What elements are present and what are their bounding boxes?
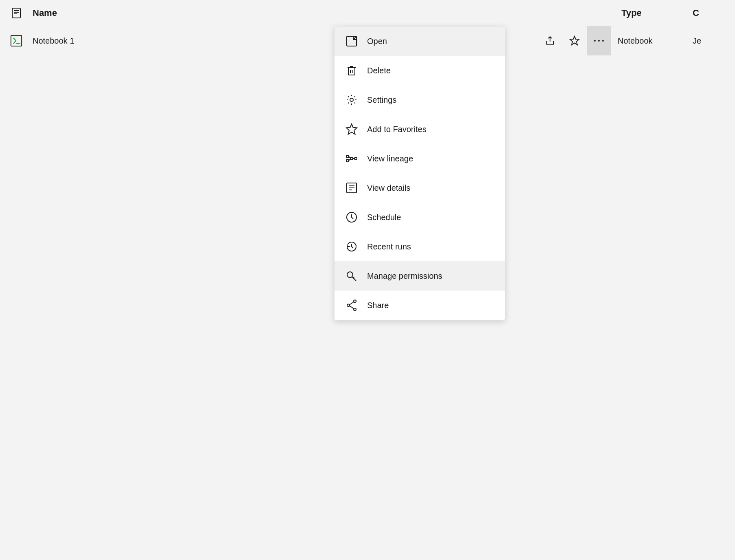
menu-item-share-label: Share — [367, 301, 389, 310]
extra-column-header: C — [693, 8, 725, 18]
star-icon — [344, 122, 359, 137]
notebook-icon — [10, 34, 23, 47]
menu-item-view-details[interactable]: View details — [334, 173, 505, 203]
name-column-header: Name — [33, 8, 570, 18]
svg-point-10 — [346, 155, 349, 158]
menu-item-schedule[interactable]: Schedule — [334, 203, 505, 232]
notebook-owner: Je — [693, 36, 725, 46]
share-row-button[interactable] — [541, 32, 559, 50]
lineage-icon — [344, 151, 359, 166]
svg-point-17 — [354, 300, 356, 302]
svg-marker-9 — [346, 124, 357, 134]
menu-item-details-label: View details — [367, 183, 410, 193]
row-actions — [541, 32, 583, 50]
svg-point-12 — [350, 157, 353, 160]
recent-runs-icon — [344, 239, 359, 254]
settings-icon — [344, 93, 359, 107]
svg-rect-7 — [348, 68, 355, 75]
svg-rect-0 — [12, 8, 20, 18]
key-icon — [344, 269, 359, 283]
svg-point-5 — [602, 40, 604, 42]
svg-marker-2 — [570, 36, 579, 45]
schedule-icon — [344, 210, 359, 225]
svg-point-11 — [346, 159, 349, 162]
svg-point-4 — [598, 40, 600, 42]
menu-item-lineage-label: View lineage — [367, 154, 413, 163]
menu-item-settings-label: Settings — [367, 95, 396, 105]
share-icon — [344, 298, 359, 313]
menu-item-share[interactable]: Share — [334, 291, 505, 320]
menu-item-delete-label: Delete — [367, 66, 391, 75]
svg-point-16 — [347, 272, 353, 278]
svg-point-13 — [354, 157, 357, 160]
menu-item-delete[interactable]: Delete — [334, 56, 505, 85]
menu-item-view-lineage[interactable]: View lineage — [334, 144, 505, 173]
favorite-row-button[interactable] — [566, 32, 583, 50]
menu-item-favorites-label: Add to Favorites — [367, 125, 427, 134]
menu-item-manage-permissions[interactable]: Manage permissions — [334, 261, 505, 291]
context-menu: Open Delete Settings Ad — [334, 26, 505, 320]
notebook-type: Notebook — [611, 36, 693, 46]
menu-item-schedule-label: Schedule — [367, 213, 401, 222]
delete-icon — [344, 63, 359, 78]
menu-item-open-label: Open — [367, 37, 387, 46]
menu-item-recent-runs-label: Recent runs — [367, 242, 411, 251]
menu-item-open[interactable]: Open — [334, 26, 505, 56]
type-column-header: Type — [570, 8, 693, 18]
menu-item-add-to-favorites[interactable]: Add to Favorites — [334, 115, 505, 144]
header-file-icon — [10, 7, 23, 20]
menu-item-recent-runs[interactable]: Recent runs — [334, 232, 505, 261]
svg-point-8 — [350, 98, 353, 101]
table-header: Name Type C — [0, 0, 735, 26]
menu-item-settings[interactable]: Settings — [334, 85, 505, 115]
svg-point-18 — [347, 304, 350, 306]
more-options-button[interactable] — [587, 26, 611, 55]
menu-item-manage-permissions-label: Manage permissions — [367, 271, 442, 281]
details-icon — [344, 181, 359, 195]
svg-point-19 — [354, 308, 356, 311]
svg-point-3 — [594, 40, 596, 42]
open-icon — [344, 34, 359, 49]
